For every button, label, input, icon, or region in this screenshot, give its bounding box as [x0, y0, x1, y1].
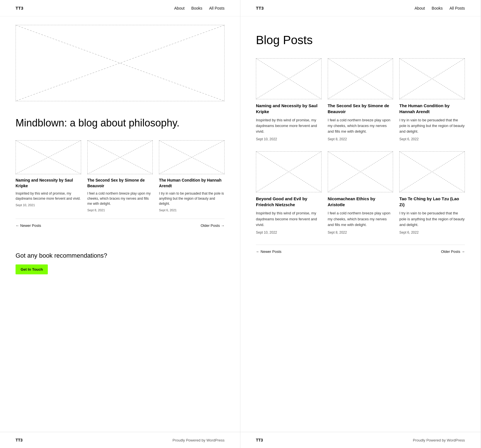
cta-section: Got any book recommendations? Get In Tou…: [16, 244, 225, 283]
left-post-card-2: The Second Sex by Simone de Beauvoir I f…: [87, 140, 153, 212]
right-posts-row2: Beyond Good and Evil by Friedrich Nietzs…: [256, 151, 465, 234]
right-excerpt-r1-1: Inspirited by this wind of promise, my d…: [256, 117, 322, 134]
right-title-r1-1: Naming and Necessity by Saul Kripke: [256, 103, 322, 115]
right-post-r2-2: Nicomachean Ethics by Aristotle I feel a…: [328, 151, 393, 234]
right-date-r1-1: Sept 10, 2022: [256, 137, 322, 141]
left-post-thumb-2: [87, 140, 153, 174]
right-logo: TT3: [256, 6, 264, 10]
left-content: Mindblown: a blog about philosophy. Nami…: [0, 16, 240, 432]
left-footer-credit: Proudly Powered by WordPress: [172, 438, 225, 442]
hero-title: Mindblown: a blog about philosophy.: [16, 117, 225, 129]
right-thumb-r1-1: [256, 58, 322, 99]
right-posts-row1: Naming and Necessity by Saul Kripke Insp…: [256, 58, 465, 141]
right-excerpt-r1-2: I feel a cold northern breeze play upon …: [328, 117, 393, 134]
right-content: Blog Posts Naming and Necessity by Saul …: [240, 16, 480, 432]
right-thumb-r1-2: [328, 58, 393, 99]
left-nav-about[interactable]: About: [174, 6, 185, 10]
left-panel: TT3 About Books All Posts Mindblown: a b…: [0, 0, 240, 448]
blog-title: Blog Posts: [256, 33, 465, 47]
right-footer: TT3 Proudly Powered by WordPress: [240, 432, 480, 448]
right-title-r2-1: Beyond Good and Evil by Friedrich Nietzs…: [256, 196, 322, 208]
right-thumb-r1-3: [399, 58, 465, 99]
right-date-r2-2: Sept 8, 2022: [328, 231, 393, 234]
right-date-r2-1: Sept 10, 2022: [256, 231, 322, 234]
left-nav-links: About Books All Posts: [174, 6, 225, 10]
cta-title: Got any book recommendations?: [16, 252, 225, 259]
right-footer-credit: Proudly Powered by WordPress: [413, 438, 465, 442]
right-newer-posts[interactable]: ← Newer Posts: [256, 249, 281, 254]
left-post-thumb-3: [159, 140, 225, 174]
left-pagination: ← Newer Posts Older Posts →: [16, 219, 225, 232]
left-logo: TT3: [16, 6, 23, 10]
svg-line-3: [16, 141, 81, 174]
left-newer-posts[interactable]: ← Newer Posts: [16, 223, 41, 228]
right-thumb-r2-3: [399, 151, 465, 192]
right-title-r1-2: The Second Sex by Simone de Beauvoir: [328, 103, 393, 115]
right-thumb-r2-2: [328, 151, 393, 192]
left-nav-books[interactable]: Books: [191, 6, 202, 10]
left-post-excerpt-2: I feel a cold northern breeze play upon …: [87, 191, 153, 206]
left-footer-logo: TT3: [16, 438, 23, 442]
left-post-thumb-1: [16, 140, 81, 174]
right-date-r1-3: Sept 6, 2022: [399, 137, 465, 141]
left-post-date-1: Sept 10, 2021: [16, 203, 81, 207]
right-thumb-r2-1: [256, 151, 322, 192]
right-post-r1-1: Naming and Necessity by Saul Kripke Insp…: [256, 58, 322, 141]
right-post-r2-3: Tao Te Ching by Lao Tzu (Lao Zi) I try i…: [399, 151, 465, 234]
left-post-card-3: The Human Condition by Hannah Arendt I t…: [159, 140, 225, 212]
left-posts-grid: Naming and Necessity by Saul Kripke Insp…: [16, 140, 225, 212]
right-post-r2-1: Beyond Good and Evil by Friedrich Nietzs…: [256, 151, 322, 234]
left-post-card-1: Naming and Necessity by Saul Kripke Insp…: [16, 140, 81, 212]
left-post-title-1: Naming and Necessity by Saul Kripke: [16, 178, 81, 189]
right-date-r2-3: Sept 6, 2022: [399, 231, 465, 234]
right-title-r2-2: Nicomachean Ethics by Aristotle: [328, 196, 393, 208]
right-older-posts[interactable]: Older Posts →: [441, 249, 465, 254]
left-post-excerpt-1: Inspirited by this wind of promise, my d…: [16, 191, 81, 201]
right-footer-logo: TT3: [256, 438, 263, 442]
right-nav-all-posts[interactable]: All Posts: [450, 6, 465, 10]
right-nav-about[interactable]: About: [415, 6, 425, 10]
left-post-date-2: Sept 8, 2021: [87, 208, 153, 212]
right-nav-links: About Books All Posts: [415, 6, 465, 10]
right-post-r1-3: The Human Condition by Hannah Arendt I t…: [399, 58, 465, 141]
hero-image: [16, 25, 225, 101]
right-excerpt-r1-3: I try in vain to be persuaded that the p…: [399, 117, 465, 134]
left-post-excerpt-3: I try in vain to be persuaded that the p…: [159, 191, 225, 206]
right-nav-books[interactable]: Books: [432, 6, 443, 10]
left-nav: TT3 About Books All Posts: [0, 0, 240, 16]
right-title-r2-3: Tao Te Ching by Lao Tzu (Lao Zi): [399, 196, 465, 208]
svg-line-5: [88, 141, 153, 174]
left-nav-all-posts[interactable]: All Posts: [209, 6, 225, 10]
right-excerpt-r2-2: I feel a cold northern breeze play upon …: [328, 210, 393, 227]
get-in-touch-button[interactable]: Get In Touch: [16, 264, 48, 274]
right-excerpt-r2-1: Inspirited by this wind of promise, my d…: [256, 210, 322, 227]
right-post-r1-2: The Second Sex by Simone de Beauvoir I f…: [328, 58, 393, 141]
right-excerpt-r2-3: I try in vain to be persuaded that the p…: [399, 210, 465, 227]
right-nav: TT3 About Books All Posts: [240, 0, 480, 16]
left-post-title-2: The Second Sex by Simone de Beauvoir: [87, 178, 153, 189]
right-title-r1-3: The Human Condition by Hannah Arendt: [399, 103, 465, 115]
left-post-title-3: The Human Condition by Hannah Arendt: [159, 178, 225, 189]
right-pagination: ← Newer Posts Older Posts →: [256, 245, 465, 258]
left-post-date-3: Sept 6, 2021: [159, 208, 225, 212]
right-date-r1-2: Sept 8, 2022: [328, 137, 393, 141]
right-panel: TT3 About Books All Posts Blog Posts Nam…: [240, 0, 481, 448]
left-footer: TT3 Proudly Powered by WordPress: [0, 432, 240, 448]
left-older-posts[interactable]: Older Posts →: [200, 223, 225, 228]
